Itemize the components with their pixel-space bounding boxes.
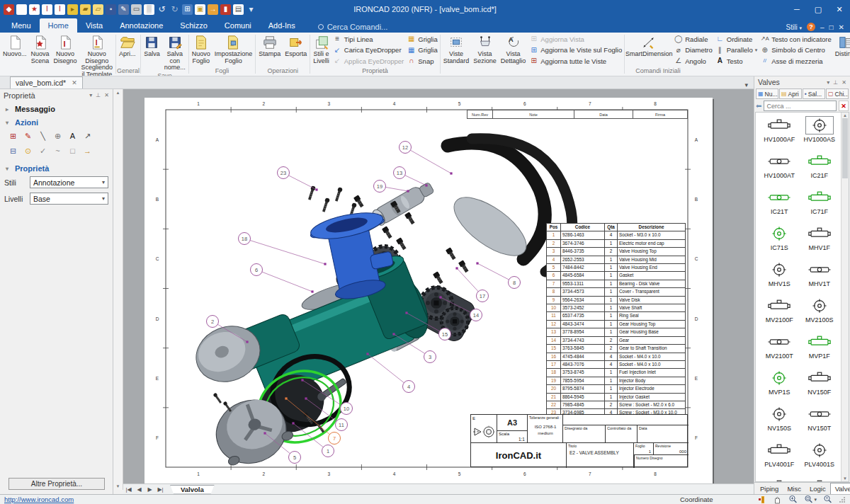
bom-table[interactable]: PosCodiceQtaDescrizione 19286-14634Socke… bbox=[546, 223, 686, 418]
tab-home[interactable]: Home bbox=[40, 18, 77, 33]
catalog-tab-logic[interactable]: Logic bbox=[805, 483, 830, 494]
salva-button[interactable]: Salva bbox=[142, 33, 162, 71]
catalog-item[interactable] bbox=[759, 477, 799, 482]
catalog-item-mvp1f[interactable]: MVP1F bbox=[800, 333, 839, 369]
balloon-17[interactable]: 17 bbox=[477, 290, 489, 302]
balloon-11[interactable]: 11 bbox=[336, 419, 348, 431]
bom-table-icon[interactable]: ⊞ bbox=[7, 130, 19, 142]
bom-row[interactable]: 19286-14634Socket - M3.0 x 10.0 bbox=[547, 231, 686, 239]
livelli-combobox[interactable]: Base▾ bbox=[30, 193, 108, 205]
balloon-6[interactable]: 6 bbox=[251, 264, 263, 276]
minimize-button[interactable]: ─ bbox=[786, 1, 808, 18]
dimension-icon[interactable]: ╲ bbox=[37, 130, 49, 142]
first-sheet-icon[interactable]: |◀ bbox=[123, 486, 134, 493]
back-arrow-icon[interactable]: ⬅ bbox=[756, 102, 761, 110]
bom-row[interactable]: 227985-48452Screw : Socket - M2.0 x 6.0 bbox=[547, 401, 686, 408]
stili-livelli-button[interactable]: Stili e Livelli bbox=[311, 33, 332, 67]
status-url-link[interactable]: http://www.ironcad.com bbox=[4, 496, 74, 503]
help-icon[interactable]: ? bbox=[807, 23, 815, 31]
maximize-button[interactable]: ▢ bbox=[808, 1, 829, 18]
screws-top[interactable] bbox=[307, 185, 357, 217]
panel-pin-icon[interactable]: ⊥ bbox=[833, 79, 838, 86]
aggiorna-viste-foglio-button[interactable]: ⊞Aggiorna le Viste sul Foglio bbox=[529, 45, 622, 55]
save-as-icon[interactable]: ✎ bbox=[118, 4, 129, 15]
balloon-4[interactable]: 4 bbox=[403, 381, 415, 393]
catalog-item-plv4001f[interactable]: PLV4001F bbox=[759, 441, 799, 477]
smartdimension-button[interactable]: SmartDimension bbox=[625, 33, 672, 67]
catalog-item-nv150s[interactable]: NV150S bbox=[759, 405, 799, 441]
scroll-down-icon[interactable]: ▼ bbox=[116, 484, 120, 488]
catalog-tab-misc[interactable]: Misc bbox=[783, 483, 805, 494]
bom-row[interactable]: 38446-37352Valve Housing Top bbox=[547, 248, 686, 256]
bom-row[interactable]: 208795-58741Injector Electrode bbox=[547, 385, 686, 393]
balloon-7[interactable]: 7 bbox=[329, 433, 341, 445]
styles-dropdown[interactable]: Stili ▾ bbox=[786, 23, 802, 31]
testo-button[interactable]: ATesto bbox=[715, 56, 757, 67]
close-button[interactable]: ✕ bbox=[829, 1, 850, 18]
bom-row[interactable]: 174843-70764Socket - M4.0 x 10.0 bbox=[547, 360, 686, 368]
bom-row[interactable]: 42652-25531Valve Housing Mid bbox=[547, 256, 686, 263]
ribbon-close-icon[interactable]: ✕ bbox=[839, 23, 844, 31]
viste-standard-button[interactable]: Viste Standard bbox=[441, 33, 472, 67]
ribbon-restore-icon[interactable]: □ bbox=[829, 23, 834, 31]
stili-combobox[interactable]: Annotazione▾ bbox=[30, 176, 108, 188]
command-search[interactable]: Cerca Comandi... bbox=[318, 23, 388, 31]
catalog-item-mhv1t[interactable]: MHV1T bbox=[800, 260, 839, 297]
vista-dettaglio-button[interactable]: AVista Dettaglio bbox=[499, 33, 528, 67]
tab-menu[interactable]: Menu bbox=[3, 18, 40, 33]
asse-mezzeria-button[interactable]: //Asse di mezzeria bbox=[760, 56, 832, 67]
save-icon[interactable]: ▪ bbox=[106, 4, 116, 15]
text-icon[interactable]: A bbox=[67, 130, 79, 142]
clear-search-icon[interactable]: ✕ bbox=[839, 101, 849, 111]
catalog-open-button[interactable]: ▤Apri bbox=[779, 88, 802, 99]
bom-row[interactable]: 79553-13111Bearing - Disk Valve bbox=[547, 280, 686, 287]
catalog-tab-piping[interactable]: Piping bbox=[756, 483, 783, 494]
panel-close-icon[interactable]: ✕ bbox=[104, 92, 109, 98]
ribbon-minimize-icon[interactable]: – bbox=[820, 23, 824, 31]
update-view-icon[interactable]: ⊞ bbox=[182, 4, 193, 15]
vista-sezione-button[interactable]: Vista Sezione bbox=[471, 33, 499, 67]
catalog-item-ic21f[interactable]: IC21F bbox=[800, 152, 839, 188]
bom-row[interactable]: 143734-47432Gear bbox=[547, 336, 686, 344]
app-logo-icon[interactable]: ◆ bbox=[4, 4, 14, 15]
bom-row[interactable]: 124843-34741Gear Housing Top bbox=[547, 320, 686, 328]
salva-con-nome-button[interactable]: Salva con nome... bbox=[162, 33, 188, 71]
catalog-new-button[interactable]: ▦Nu... bbox=[756, 88, 778, 99]
catalog-item-ic71f[interactable]: IC71F bbox=[800, 188, 839, 224]
folder-open-icon[interactable]: ▱ bbox=[93, 4, 103, 15]
aggiorna-tutte-viste-button[interactable]: ⊞Aggiorna tutte le Viste bbox=[529, 56, 622, 67]
balloon-23[interactable]: 23 bbox=[278, 167, 290, 179]
catalog-item-hv1000at[interactable]: HV1000AT bbox=[759, 152, 799, 188]
tab-comuni[interactable]: Comuni bbox=[216, 18, 260, 33]
paste-icon[interactable]: ▣ bbox=[195, 4, 205, 15]
parallelo-button[interactable]: ∥Parallelo▾ bbox=[715, 45, 757, 55]
new-document-icon[interactable] bbox=[16, 4, 27, 15]
balloon-15[interactable]: 15 bbox=[439, 328, 451, 340]
nuovo-foglio-button[interactable]: Nuovo Foglio bbox=[190, 33, 212, 67]
measure-icon[interactable] bbox=[758, 496, 766, 504]
sheet-tab-valvola[interactable]: Valvola bbox=[170, 485, 215, 494]
griglia-button[interactable]: ▦Griglia bbox=[407, 34, 437, 45]
testo-indicatore-button[interactable]: ↗ATesto con indicatore bbox=[760, 34, 832, 45]
list-icon[interactable]: ▤ bbox=[233, 4, 244, 15]
drawing-canvas[interactable]: 2312131918628171415341011715 Num.Rev Not… bbox=[123, 89, 754, 483]
bom-row[interactable]: 23674-37461Electric motor end cap bbox=[547, 239, 686, 247]
redo-icon[interactable]: ↻ bbox=[169, 4, 180, 15]
scroll-down-icon[interactable]: ▼ bbox=[843, 476, 847, 481]
qat-customize-icon[interactable]: ▾ bbox=[246, 4, 256, 15]
bom-row[interactable]: 153763-58452Gear to Shaft Transition bbox=[547, 345, 686, 353]
stampa-button[interactable]: Stampa bbox=[256, 33, 283, 67]
catalog-item-plv4001s[interactable]: PLV4001S bbox=[800, 441, 839, 477]
angolo-button[interactable]: ∠Angolo bbox=[674, 56, 713, 67]
catalog-close-button[interactable]: ▢Chi... bbox=[826, 88, 849, 99]
distinta-button[interactable]: Distinta bbox=[833, 33, 850, 67]
prev-sheet-icon[interactable]: ◀ bbox=[134, 486, 144, 493]
section-azioni[interactable]: ▾Azioni bbox=[0, 115, 113, 128]
catalog-scrollbar[interactable]: ▲ ▼ bbox=[841, 113, 849, 481]
simbolo-centro-button[interactable]: ⊕Simbolo di Centro bbox=[760, 45, 832, 55]
catalog-item-mhv1f[interactable]: MHV1F bbox=[800, 224, 839, 260]
bom-row[interactable]: 103573-24521Valve Shaft bbox=[547, 304, 686, 312]
nuovo-disegno-button[interactable]: INuovo Disegno bbox=[52, 33, 79, 76]
snap-button[interactable]: ∩Snap bbox=[407, 56, 437, 67]
scroll-thumb[interactable] bbox=[842, 118, 848, 178]
